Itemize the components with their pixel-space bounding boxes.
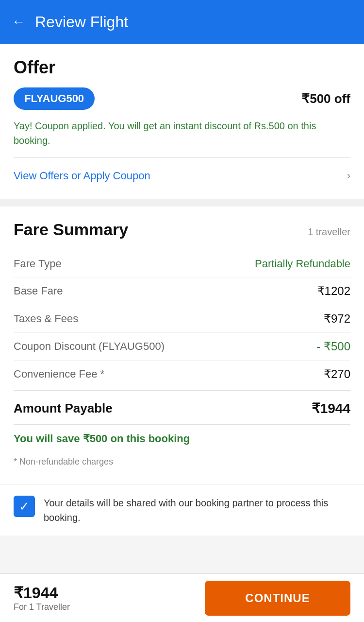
bottom-price-section: ₹1944 For 1 Traveller (14, 584, 205, 612)
bottom-price-sub: For 1 Traveller (14, 602, 205, 612)
header: ← Review Flight (0, 0, 364, 44)
continue-button[interactable]: CONTINUE (205, 581, 350, 616)
coupon-discount-value: - ₹500 (316, 340, 350, 353)
bottom-bar: ₹1944 For 1 Traveller CONTINUE (0, 573, 364, 622)
bottom-price: ₹1944 (14, 584, 205, 602)
taxes-fees-label: Taxes & Fees (14, 312, 78, 325)
consent-checkbox[interactable]: ✓ (14, 496, 35, 517)
consent-text: Your details will be shared with our boo… (44, 496, 350, 525)
base-fare-label: Base Fare (14, 285, 63, 297)
convenience-fee-label: Convenience Fee * (14, 368, 104, 380)
non-refundable-note: * Non-refundable charges (14, 449, 350, 471)
section-divider (0, 199, 364, 207)
amount-payable-label: Amount Payable (14, 401, 113, 416)
view-offers-label: View Offers or Apply Coupon (14, 170, 150, 182)
divider (14, 157, 350, 158)
convenience-fee-row: Convenience Fee * ₹270 (14, 361, 350, 388)
view-offers-row[interactable]: View Offers or Apply Coupon › (14, 167, 350, 185)
coupon-badge: FLYAUG500 (14, 87, 95, 110)
amount-payable-row: Amount Payable ₹1944 (14, 390, 350, 425)
amount-payable-value: ₹1944 (312, 400, 350, 416)
consent-section: ✓ Your details will be shared with our b… (0, 484, 364, 536)
fare-summary-header: Fare Summary 1 traveller (14, 220, 350, 239)
fare-summary-section: Fare Summary 1 traveller Fare Type Parti… (0, 207, 364, 484)
fare-type-value: Partially Refundable (255, 258, 350, 270)
discount-amount: ₹500 off (301, 91, 350, 106)
taxes-fees-value: ₹972 (324, 312, 350, 326)
traveller-count: 1 traveller (308, 226, 350, 238)
savings-text: You will save ₹500 on this booking (14, 425, 350, 449)
chevron-right-icon: › (347, 170, 350, 182)
coupon-success-message: Yay! Coupon applied. You will get an ins… (14, 119, 350, 148)
fare-type-row: Fare Type Partially Refundable (14, 251, 350, 277)
coupon-discount-row: Coupon Discount (FLYAUG500) - ₹500 (14, 333, 350, 361)
offer-coupon-row: FLYAUG500 ₹500 off (14, 87, 350, 110)
base-fare-row: Base Fare ₹1202 (14, 277, 350, 305)
taxes-fees-row: Taxes & Fees ₹972 (14, 305, 350, 333)
offer-title: Offer (14, 57, 350, 78)
convenience-fee-value: ₹270 (324, 367, 350, 381)
base-fare-value: ₹1202 (317, 284, 350, 298)
coupon-discount-label: Coupon Discount (FLYAUG500) (14, 340, 165, 353)
offer-section: Offer FLYAUG500 ₹500 off Yay! Coupon app… (0, 44, 364, 199)
back-button[interactable]: ← (12, 14, 25, 30)
fare-type-label: Fare Type (14, 258, 62, 270)
checkmark-icon: ✓ (19, 500, 30, 513)
fare-summary-title: Fare Summary (14, 220, 128, 239)
page-title: Review Flight (35, 13, 128, 31)
